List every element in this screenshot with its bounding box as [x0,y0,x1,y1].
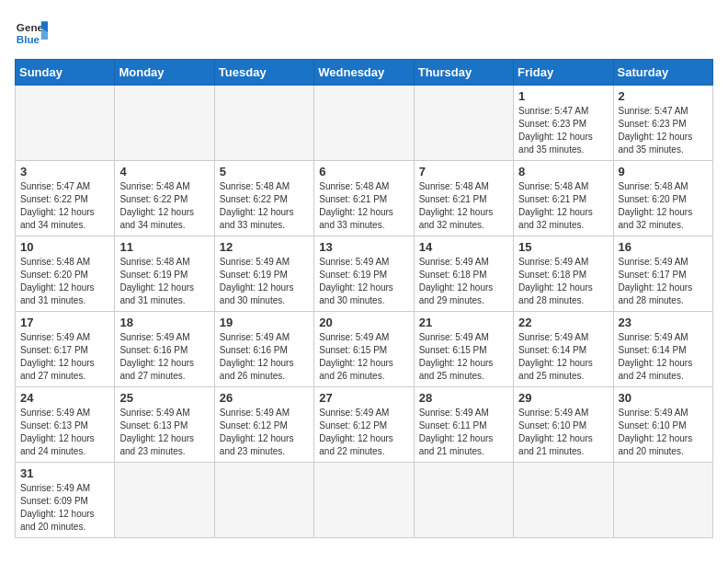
day-info: Sunrise: 5:49 AM Sunset: 6:11 PM Dayligh… [419,407,508,458]
calendar-week-row-3: 10Sunrise: 5:48 AM Sunset: 6:20 PM Dayli… [16,236,713,312]
day-number: 8 [518,165,608,178]
calendar-cell [214,86,313,161]
day-info: Sunrise: 5:49 AM Sunset: 6:18 PM Dayligh… [419,256,508,307]
day-info: Sunrise: 5:49 AM Sunset: 6:13 PM Dayligh… [20,407,109,458]
calendar-cell: 5Sunrise: 5:48 AM Sunset: 6:22 PM Daylig… [214,161,313,236]
weekday-header-thursday: Thursday [414,60,513,86]
day-number: 19 [220,316,309,329]
calendar-cell: 26Sunrise: 5:49 AM Sunset: 6:12 PM Dayli… [214,387,313,463]
day-number: 3 [20,165,109,178]
calendar-week-row-1: 1Sunrise: 5:47 AM Sunset: 6:23 PM Daylig… [16,86,713,161]
weekday-header-row: SundayMondayTuesdayWednesdayThursdayFrid… [16,60,713,86]
day-number: 29 [518,391,608,405]
calendar-cell: 22Sunrise: 5:49 AM Sunset: 6:14 PM Dayli… [514,312,613,387]
calendar-cell: 2Sunrise: 5:47 AM Sunset: 6:23 PM Daylig… [613,86,712,161]
day-info: Sunrise: 5:49 AM Sunset: 6:15 PM Dayligh… [319,331,408,383]
calendar-cell [16,86,115,161]
day-info: Sunrise: 5:48 AM Sunset: 6:21 PM Dayligh… [518,180,608,232]
day-number: 20 [319,316,408,329]
day-info: Sunrise: 5:49 AM Sunset: 6:10 PM Dayligh… [619,407,708,458]
calendar-cell: 28Sunrise: 5:49 AM Sunset: 6:11 PM Dayli… [414,387,513,463]
day-number: 30 [619,391,708,405]
calendar-cell [314,463,414,538]
calendar-cell [414,463,513,538]
day-info: Sunrise: 5:49 AM Sunset: 6:17 PM Dayligh… [20,331,109,383]
day-number: 21 [419,316,508,329]
day-info: Sunrise: 5:49 AM Sunset: 6:09 PM Dayligh… [20,482,109,534]
day-number: 17 [20,316,109,329]
day-info: Sunrise: 5:49 AM Sunset: 6:19 PM Dayligh… [220,256,309,307]
day-info: Sunrise: 5:49 AM Sunset: 6:19 PM Dayligh… [319,256,408,307]
calendar-cell: 27Sunrise: 5:49 AM Sunset: 6:12 PM Dayli… [314,387,414,463]
day-number: 1 [518,89,608,103]
weekday-header-wednesday: Wednesday [314,60,414,86]
calendar-cell [115,86,214,161]
weekday-header-sunday: Sunday [16,60,115,86]
calendar-cell: 17Sunrise: 5:49 AM Sunset: 6:17 PM Dayli… [16,312,115,387]
day-number: 13 [319,240,408,254]
day-number: 10 [20,240,109,254]
calendar-cell: 19Sunrise: 5:49 AM Sunset: 6:16 PM Dayli… [214,312,313,387]
calendar-week-row-6: 31Sunrise: 5:49 AM Sunset: 6:09 PM Dayli… [16,463,713,538]
calendar-cell: 14Sunrise: 5:49 AM Sunset: 6:18 PM Dayli… [414,236,513,312]
day-number: 16 [619,240,708,254]
day-info: Sunrise: 5:49 AM Sunset: 6:16 PM Dayligh… [220,331,309,383]
day-info: Sunrise: 5:49 AM Sunset: 6:14 PM Dayligh… [619,331,708,383]
day-info: Sunrise: 5:48 AM Sunset: 6:21 PM Dayligh… [419,180,508,232]
day-info: Sunrise: 5:49 AM Sunset: 6:13 PM Dayligh… [119,407,209,458]
day-number: 11 [119,240,209,254]
day-number: 7 [419,165,508,178]
day-number: 5 [220,165,309,178]
day-info: Sunrise: 5:49 AM Sunset: 6:17 PM Dayligh… [619,256,708,307]
svg-text:Blue: Blue [17,33,40,45]
calendar-cell: 9Sunrise: 5:48 AM Sunset: 6:20 PM Daylig… [613,161,712,236]
day-number: 15 [518,240,608,254]
day-info: Sunrise: 5:48 AM Sunset: 6:20 PM Dayligh… [619,180,708,232]
calendar-cell: 21Sunrise: 5:49 AM Sunset: 6:15 PM Dayli… [414,312,513,387]
calendar-cell: 30Sunrise: 5:49 AM Sunset: 6:10 PM Dayli… [613,387,712,463]
day-info: Sunrise: 5:47 AM Sunset: 6:22 PM Dayligh… [20,180,109,232]
calendar-cell: 20Sunrise: 5:49 AM Sunset: 6:15 PM Dayli… [314,312,414,387]
calendar-cell: 3Sunrise: 5:47 AM Sunset: 6:22 PM Daylig… [16,161,115,236]
day-info: Sunrise: 5:49 AM Sunset: 6:15 PM Dayligh… [419,331,508,383]
weekday-header-monday: Monday [115,60,214,86]
calendar-cell: 12Sunrise: 5:49 AM Sunset: 6:19 PM Dayli… [214,236,313,312]
calendar-cell: 25Sunrise: 5:49 AM Sunset: 6:13 PM Dayli… [115,387,214,463]
calendar-cell [115,463,214,538]
calendar-cell [414,86,513,161]
header: General Blue [15,15,713,48]
day-info: Sunrise: 5:49 AM Sunset: 6:12 PM Dayligh… [220,407,309,458]
day-number: 24 [20,391,109,405]
day-number: 14 [419,240,508,254]
calendar-cell [514,463,613,538]
calendar-cell [214,463,313,538]
logo: General Blue [15,15,48,48]
day-info: Sunrise: 5:49 AM Sunset: 6:16 PM Dayligh… [119,331,209,383]
calendar-week-row-2: 3Sunrise: 5:47 AM Sunset: 6:22 PM Daylig… [16,161,713,236]
calendar-cell: 29Sunrise: 5:49 AM Sunset: 6:10 PM Dayli… [514,387,613,463]
day-info: Sunrise: 5:48 AM Sunset: 6:22 PM Dayligh… [220,180,309,232]
weekday-header-friday: Friday [514,60,613,86]
calendar-cell: 15Sunrise: 5:49 AM Sunset: 6:18 PM Dayli… [514,236,613,312]
day-info: Sunrise: 5:49 AM Sunset: 6:12 PM Dayligh… [319,407,408,458]
day-number: 23 [619,316,708,329]
day-number: 18 [119,316,209,329]
calendar-cell: 11Sunrise: 5:48 AM Sunset: 6:19 PM Dayli… [115,236,214,312]
calendar-cell: 13Sunrise: 5:49 AM Sunset: 6:19 PM Dayli… [314,236,414,312]
weekday-header-tuesday: Tuesday [214,60,313,86]
day-info: Sunrise: 5:49 AM Sunset: 6:14 PM Dayligh… [518,331,608,383]
calendar-week-row-4: 17Sunrise: 5:49 AM Sunset: 6:17 PM Dayli… [16,312,713,387]
day-info: Sunrise: 5:48 AM Sunset: 6:22 PM Dayligh… [119,180,209,232]
day-number: 22 [518,316,608,329]
calendar-table: SundayMondayTuesdayWednesdayThursdayFrid… [15,59,713,538]
calendar-cell [613,463,712,538]
calendar-cell: 23Sunrise: 5:49 AM Sunset: 6:14 PM Dayli… [613,312,712,387]
calendar-cell: 10Sunrise: 5:48 AM Sunset: 6:20 PM Dayli… [16,236,115,312]
day-number: 4 [119,165,209,178]
day-number: 26 [220,391,309,405]
calendar-cell: 8Sunrise: 5:48 AM Sunset: 6:21 PM Daylig… [514,161,613,236]
day-number: 25 [119,391,209,405]
day-info: Sunrise: 5:48 AM Sunset: 6:21 PM Dayligh… [319,180,408,232]
day-number: 31 [20,466,109,480]
day-number: 27 [319,391,408,405]
